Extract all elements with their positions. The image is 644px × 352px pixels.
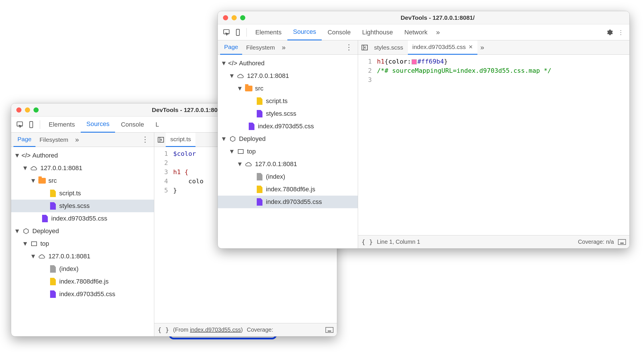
tree-deployed[interactable]: ▼ Deployed [11,225,154,237]
tab-lighthouse[interactable]: Lighthouse [356,24,399,40]
tree-index-html[interactable]: (index) [11,263,154,275]
tree-index-css2[interactable]: index.d9703d55.css [218,196,358,208]
device-icon[interactable] [25,119,37,130]
more-tabs-icon[interactable]: » [279,44,288,52]
tree-host[interactable]: ▼ 127.0.0.1:8081 [11,162,154,174]
main-tabs: Elements Sources Console Lighthouse Netw… [218,24,629,40]
tree-host2[interactable]: ▼ 127.0.0.1:8081 [218,158,358,170]
tree-label: src [48,177,57,184]
tree-label: index.7808df6e.js [266,186,315,193]
navigator-tabs: Page Filesystem » ⋮ [11,133,154,147]
sidebar-toggle-icon[interactable] [360,43,370,52]
devtools-window-right: DevTools - 127.0.0.1:8081/ Elements Sour… [218,11,630,249]
device-icon[interactable] [232,27,244,38]
kebab-menu-icon[interactable]: ⋮ [615,27,627,38]
nav-tab-filesystem[interactable]: Filesystem [242,40,279,55]
tab-elements[interactable]: Elements [43,117,81,133]
tab-console[interactable]: Console [115,117,150,133]
more-tabs-icon[interactable]: » [477,44,487,52]
file-tab-script-ts[interactable]: script.ts [166,133,195,147]
pretty-print-icon[interactable]: { } [158,326,169,333]
tree-index-css[interactable]: index.d9703d55.css [218,120,358,133]
tree-host[interactable]: ▼ 127.0.0.1:8081 [218,70,358,82]
pretty-print-icon[interactable]: { } [361,238,373,245]
zoom-icon[interactable] [240,15,245,20]
traffic-lights [16,107,39,113]
tree-label: Authored [32,152,58,159]
status-from-link[interactable]: index.d9703d55.css [190,327,241,333]
tree-src[interactable]: ▼ src [218,82,358,95]
code-editor[interactable]: $color h1 { colo } [171,147,206,323]
chevron-down-icon: ▼ [15,152,20,159]
inspect-icon[interactable] [14,119,25,130]
nav-tab-page[interactable]: Page [13,133,35,147]
tree-deployed[interactable]: ▼ Deployed [218,133,358,145]
tree-authored[interactable]: ▼ </> Authored [218,57,358,70]
tree-authored[interactable]: ▼ </> Authored [11,149,154,162]
tree-top[interactable]: ▼ top [11,237,154,250]
tree-label: (index) [266,173,285,180]
drawer-toggle-icon[interactable] [618,239,626,245]
kebab-menu-icon[interactable]: ⋮ [139,135,152,144]
window-title: DevTools - 127.0.0.1:8081/ [251,14,624,21]
kebab-menu-icon[interactable]: ⋮ [342,43,355,52]
tree-index-css2[interactable]: index.d9703d55.css [11,288,154,300]
file-tree: ▼ </> Authored ▼ 127.0.0.1:8081 ▼ sr [11,147,154,336]
file-purple-icon [256,198,264,206]
tree-index-css[interactable]: index.d9703d55.css [11,212,154,225]
tree-index-js[interactable]: index.7808df6e.js [11,275,154,288]
file-purple-icon [49,202,57,210]
tab-sources[interactable]: Sources [287,24,322,40]
gear-icon[interactable] [604,27,615,38]
tab-sources[interactable]: Sources [81,117,115,133]
drawer-toggle-icon[interactable] [325,327,333,333]
zoom-icon[interactable] [33,107,39,113]
tree-label: index.d9703d55.css [59,290,115,298]
close-icon[interactable] [16,107,21,113]
tree-index-js[interactable]: index.7808df6e.js [218,183,358,196]
tree-top[interactable]: ▼ top [218,145,358,158]
more-tabs-icon[interactable]: » [433,28,443,36]
file-tab-index-css[interactable]: index.d9703d55.css ✕ [408,40,478,55]
file-tab-styles-scss[interactable]: styles.scss [370,40,408,55]
close-tab-icon[interactable]: ✕ [469,44,473,50]
file-purple-icon [41,215,49,223]
tab-truncated[interactable]: L [150,117,165,133]
tree-styles-scss[interactable]: styles.scss [218,107,358,120]
line-gutter: 1 2 3 [358,55,375,235]
tree-styles-scss[interactable]: styles.scss [11,200,154,212]
file-grey-icon [49,265,57,273]
status-coverage: Coverage: [247,327,273,333]
folder-icon [38,177,46,185]
tab-console[interactable]: Console [322,24,356,40]
color-swatch-icon[interactable] [412,59,417,64]
file-yellow-icon [49,189,57,197]
nav-tab-page[interactable]: Page [220,40,242,55]
minimize-icon[interactable] [232,15,237,20]
tab-elements[interactable]: Elements [250,24,287,40]
code-editor[interactable]: h1{color:#ff69b4} /*# sourceMappingURL=i… [375,55,554,235]
tree-label: src [255,85,263,92]
more-tabs-icon[interactable]: » [72,136,82,144]
tree-index-html[interactable]: (index) [218,170,358,183]
chevron-down-icon: ▼ [23,240,28,247]
file-tree: ▼ </> Authored ▼ 127.0.0.1:8081 ▼ sr [218,55,358,248]
sidebar-toggle-icon[interactable] [156,135,166,145]
tab-network[interactable]: Network [399,24,433,40]
tree-host2[interactable]: ▼ 127.0.0.1:8081 [11,250,154,263]
close-icon[interactable] [223,15,228,20]
svg-rect-1 [30,121,33,128]
tree-script-ts[interactable]: script.ts [218,95,358,107]
tree-label: top [247,148,256,155]
inspect-icon[interactable] [221,27,232,38]
tree-script-ts[interactable]: script.ts [11,187,154,200]
minimize-icon[interactable] [25,107,30,113]
file-yellow-icon [256,185,264,193]
tree-label: script.ts [266,97,288,105]
cloud-icon [38,252,46,260]
tree-src[interactable]: ▼ src [11,174,154,187]
separator [40,120,40,129]
nav-tab-filesystem[interactable]: Filesystem [35,133,72,147]
separator [246,28,247,37]
file-purple-icon [248,122,256,130]
